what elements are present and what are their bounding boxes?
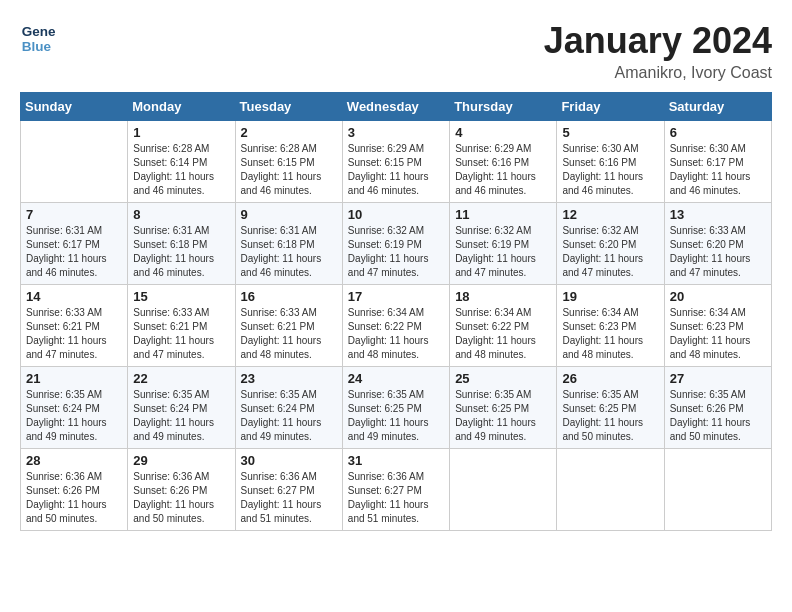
- day-info: Sunrise: 6:35 AM Sunset: 6:25 PM Dayligh…: [455, 388, 551, 444]
- day-info: Sunrise: 6:34 AM Sunset: 6:22 PM Dayligh…: [455, 306, 551, 362]
- logo: General Blue: [20, 20, 56, 56]
- day-number: 4: [455, 125, 551, 140]
- calendar-cell: 15Sunrise: 6:33 AM Sunset: 6:21 PM Dayli…: [128, 285, 235, 367]
- calendar-cell: 22Sunrise: 6:35 AM Sunset: 6:24 PM Dayli…: [128, 367, 235, 449]
- day-number: 6: [670, 125, 766, 140]
- day-number: 8: [133, 207, 229, 222]
- day-number: 26: [562, 371, 658, 386]
- weekday-header-thursday: Thursday: [450, 93, 557, 121]
- calendar-cell: [450, 449, 557, 531]
- svg-text:Blue: Blue: [22, 39, 52, 54]
- calendar-cell: 28Sunrise: 6:36 AM Sunset: 6:26 PM Dayli…: [21, 449, 128, 531]
- day-info: Sunrise: 6:34 AM Sunset: 6:23 PM Dayligh…: [562, 306, 658, 362]
- day-info: Sunrise: 6:35 AM Sunset: 6:25 PM Dayligh…: [562, 388, 658, 444]
- calendar-cell: 29Sunrise: 6:36 AM Sunset: 6:26 PM Dayli…: [128, 449, 235, 531]
- calendar-cell: 26Sunrise: 6:35 AM Sunset: 6:25 PM Dayli…: [557, 367, 664, 449]
- day-info: Sunrise: 6:35 AM Sunset: 6:25 PM Dayligh…: [348, 388, 444, 444]
- weekday-header-friday: Friday: [557, 93, 664, 121]
- logo-icon: General Blue: [20, 20, 56, 56]
- day-number: 29: [133, 453, 229, 468]
- day-number: 27: [670, 371, 766, 386]
- calendar-cell: 31Sunrise: 6:36 AM Sunset: 6:27 PM Dayli…: [342, 449, 449, 531]
- calendar-cell: [664, 449, 771, 531]
- calendar-cell: 23Sunrise: 6:35 AM Sunset: 6:24 PM Dayli…: [235, 367, 342, 449]
- day-number: 23: [241, 371, 337, 386]
- calendar-cell: 21Sunrise: 6:35 AM Sunset: 6:24 PM Dayli…: [21, 367, 128, 449]
- day-info: Sunrise: 6:33 AM Sunset: 6:21 PM Dayligh…: [133, 306, 229, 362]
- day-info: Sunrise: 6:32 AM Sunset: 6:19 PM Dayligh…: [348, 224, 444, 280]
- calendar-cell: 25Sunrise: 6:35 AM Sunset: 6:25 PM Dayli…: [450, 367, 557, 449]
- day-number: 17: [348, 289, 444, 304]
- weekday-header-saturday: Saturday: [664, 93, 771, 121]
- weekday-header-monday: Monday: [128, 93, 235, 121]
- location-title: Amanikro, Ivory Coast: [544, 64, 772, 82]
- day-number: 18: [455, 289, 551, 304]
- day-info: Sunrise: 6:29 AM Sunset: 6:15 PM Dayligh…: [348, 142, 444, 198]
- day-info: Sunrise: 6:35 AM Sunset: 6:24 PM Dayligh…: [133, 388, 229, 444]
- day-info: Sunrise: 6:36 AM Sunset: 6:26 PM Dayligh…: [133, 470, 229, 526]
- day-number: 25: [455, 371, 551, 386]
- day-info: Sunrise: 6:30 AM Sunset: 6:16 PM Dayligh…: [562, 142, 658, 198]
- calendar-cell: 3Sunrise: 6:29 AM Sunset: 6:15 PM Daylig…: [342, 121, 449, 203]
- day-number: 1: [133, 125, 229, 140]
- calendar-cell: 13Sunrise: 6:33 AM Sunset: 6:20 PM Dayli…: [664, 203, 771, 285]
- day-info: Sunrise: 6:32 AM Sunset: 6:20 PM Dayligh…: [562, 224, 658, 280]
- title-block: January 2024 Amanikro, Ivory Coast: [544, 20, 772, 82]
- day-info: Sunrise: 6:35 AM Sunset: 6:24 PM Dayligh…: [26, 388, 122, 444]
- day-info: Sunrise: 6:36 AM Sunset: 6:27 PM Dayligh…: [241, 470, 337, 526]
- calendar-week-5: 28Sunrise: 6:36 AM Sunset: 6:26 PM Dayli…: [21, 449, 772, 531]
- day-number: 13: [670, 207, 766, 222]
- calendar-cell: 11Sunrise: 6:32 AM Sunset: 6:19 PM Dayli…: [450, 203, 557, 285]
- calendar-cell: [557, 449, 664, 531]
- day-info: Sunrise: 6:36 AM Sunset: 6:26 PM Dayligh…: [26, 470, 122, 526]
- day-info: Sunrise: 6:30 AM Sunset: 6:17 PM Dayligh…: [670, 142, 766, 198]
- weekday-header-sunday: Sunday: [21, 93, 128, 121]
- day-info: Sunrise: 6:28 AM Sunset: 6:15 PM Dayligh…: [241, 142, 337, 198]
- calendar-cell: 6Sunrise: 6:30 AM Sunset: 6:17 PM Daylig…: [664, 121, 771, 203]
- weekday-header-row: SundayMondayTuesdayWednesdayThursdayFrid…: [21, 93, 772, 121]
- day-info: Sunrise: 6:29 AM Sunset: 6:16 PM Dayligh…: [455, 142, 551, 198]
- day-number: 14: [26, 289, 122, 304]
- day-info: Sunrise: 6:31 AM Sunset: 6:18 PM Dayligh…: [133, 224, 229, 280]
- day-number: 5: [562, 125, 658, 140]
- calendar-cell: 16Sunrise: 6:33 AM Sunset: 6:21 PM Dayli…: [235, 285, 342, 367]
- calendar-cell: 24Sunrise: 6:35 AM Sunset: 6:25 PM Dayli…: [342, 367, 449, 449]
- day-number: 30: [241, 453, 337, 468]
- calendar-cell: 5Sunrise: 6:30 AM Sunset: 6:16 PM Daylig…: [557, 121, 664, 203]
- calendar-cell: [21, 121, 128, 203]
- day-info: Sunrise: 6:35 AM Sunset: 6:26 PM Dayligh…: [670, 388, 766, 444]
- day-info: Sunrise: 6:33 AM Sunset: 6:21 PM Dayligh…: [26, 306, 122, 362]
- calendar-cell: 20Sunrise: 6:34 AM Sunset: 6:23 PM Dayli…: [664, 285, 771, 367]
- day-number: 28: [26, 453, 122, 468]
- calendar-week-3: 14Sunrise: 6:33 AM Sunset: 6:21 PM Dayli…: [21, 285, 772, 367]
- calendar-table: SundayMondayTuesdayWednesdayThursdayFrid…: [20, 92, 772, 531]
- day-number: 3: [348, 125, 444, 140]
- calendar-cell: 19Sunrise: 6:34 AM Sunset: 6:23 PM Dayli…: [557, 285, 664, 367]
- day-info: Sunrise: 6:33 AM Sunset: 6:21 PM Dayligh…: [241, 306, 337, 362]
- calendar-week-2: 7Sunrise: 6:31 AM Sunset: 6:17 PM Daylig…: [21, 203, 772, 285]
- calendar-week-4: 21Sunrise: 6:35 AM Sunset: 6:24 PM Dayli…: [21, 367, 772, 449]
- calendar-cell: 1Sunrise: 6:28 AM Sunset: 6:14 PM Daylig…: [128, 121, 235, 203]
- day-info: Sunrise: 6:34 AM Sunset: 6:23 PM Dayligh…: [670, 306, 766, 362]
- day-info: Sunrise: 6:36 AM Sunset: 6:27 PM Dayligh…: [348, 470, 444, 526]
- calendar-cell: 30Sunrise: 6:36 AM Sunset: 6:27 PM Dayli…: [235, 449, 342, 531]
- day-number: 21: [26, 371, 122, 386]
- day-info: Sunrise: 6:34 AM Sunset: 6:22 PM Dayligh…: [348, 306, 444, 362]
- weekday-header-tuesday: Tuesday: [235, 93, 342, 121]
- calendar-cell: 7Sunrise: 6:31 AM Sunset: 6:17 PM Daylig…: [21, 203, 128, 285]
- day-info: Sunrise: 6:32 AM Sunset: 6:19 PM Dayligh…: [455, 224, 551, 280]
- day-info: Sunrise: 6:28 AM Sunset: 6:14 PM Dayligh…: [133, 142, 229, 198]
- day-info: Sunrise: 6:31 AM Sunset: 6:18 PM Dayligh…: [241, 224, 337, 280]
- weekday-header-wednesday: Wednesday: [342, 93, 449, 121]
- calendar-week-1: 1Sunrise: 6:28 AM Sunset: 6:14 PM Daylig…: [21, 121, 772, 203]
- day-number: 12: [562, 207, 658, 222]
- day-info: Sunrise: 6:33 AM Sunset: 6:20 PM Dayligh…: [670, 224, 766, 280]
- day-number: 24: [348, 371, 444, 386]
- calendar-cell: 17Sunrise: 6:34 AM Sunset: 6:22 PM Dayli…: [342, 285, 449, 367]
- day-number: 20: [670, 289, 766, 304]
- calendar-cell: 2Sunrise: 6:28 AM Sunset: 6:15 PM Daylig…: [235, 121, 342, 203]
- day-number: 7: [26, 207, 122, 222]
- calendar-cell: 10Sunrise: 6:32 AM Sunset: 6:19 PM Dayli…: [342, 203, 449, 285]
- day-number: 10: [348, 207, 444, 222]
- calendar-cell: 18Sunrise: 6:34 AM Sunset: 6:22 PM Dayli…: [450, 285, 557, 367]
